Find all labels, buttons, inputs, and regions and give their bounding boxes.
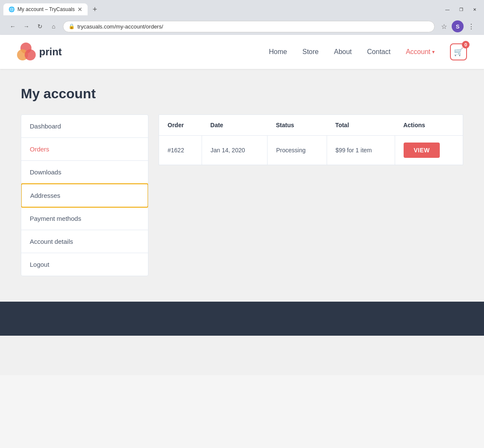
orders-table: Order Date Status Total Actions #1622 Ja… — [159, 114, 463, 165]
nav-buttons: ← → ↻ ⌂ — [7, 20, 60, 32]
col-total: Total — [327, 115, 395, 136]
cart-badge: 0 — [462, 41, 470, 49]
toolbar-right: ☆ S ⋮ — [438, 20, 477, 32]
reload-button[interactable]: ↻ — [34, 20, 46, 32]
order-status: Processing — [268, 136, 327, 165]
col-date: Date — [202, 115, 268, 136]
home-button[interactable]: ⌂ — [48, 20, 60, 32]
forward-button[interactable]: → — [20, 20, 32, 32]
col-actions: Actions — [395, 115, 463, 136]
site-footer — [0, 302, 484, 336]
page-wrapper: print Home Store About Contact Account ▾… — [0, 35, 484, 375]
logo-link[interactable]: print — [17, 43, 62, 61]
nav-account[interactable]: Account ▾ — [406, 48, 435, 56]
sidebar-item-account-details[interactable]: Account details — [21, 230, 148, 253]
minimize-button[interactable]: — — [441, 5, 453, 14]
orders-section: Order Date Status Total Actions #1622 Ja… — [159, 114, 463, 276]
main-content: My account Dashboard Orders Downloads Ad… — [12, 69, 472, 302]
sidebar-item-payment-methods[interactable]: Payment methods — [21, 207, 148, 230]
menu-button[interactable]: ⋮ — [465, 20, 477, 32]
tab-close-button[interactable]: ✕ — [77, 6, 83, 13]
sidebar-item-orders[interactable]: Orders — [21, 138, 148, 161]
order-date: Jan 14, 2020 — [202, 136, 268, 165]
tab-title: My account – TryCasuals — [17, 6, 75, 12]
view-order-button[interactable]: VIEW — [404, 143, 440, 158]
site-nav: Home Store About Contact Account ▾ 🛒 0 — [269, 43, 467, 60]
browser-titlebar: 🌐 My account – TryCasuals ✕ + — ❐ ✕ — [3, 3, 481, 15]
orders-table-header: Order Date Status Total Actions — [159, 115, 463, 136]
logo-icon — [17, 43, 36, 61]
profile-button[interactable]: S — [452, 20, 464, 32]
col-status: Status — [268, 115, 327, 136]
sidebar: Dashboard Orders Downloads Addresses Pay… — [21, 114, 148, 276]
order-total: $99 for 1 item — [327, 136, 395, 165]
cart-icon: 🛒 — [454, 47, 463, 57]
site-header: print Home Store About Contact Account ▾… — [0, 35, 484, 69]
sidebar-item-dashboard[interactable]: Dashboard — [21, 115, 148, 138]
url-text: trycasuals.com/my-account/orders/ — [77, 23, 163, 30]
browser-toolbar: ← → ↻ ⌂ 🔒 trycasuals.com/my-account/orde… — [3, 18, 481, 35]
cart-button[interactable]: 🛒 0 — [450, 43, 467, 60]
lock-icon: 🔒 — [68, 23, 75, 29]
col-order: Order — [159, 115, 202, 136]
sidebar-item-logout[interactable]: Logout — [21, 253, 148, 276]
browser-chrome: 🌐 My account – TryCasuals ✕ + — ❐ ✕ ← → … — [0, 0, 484, 35]
sidebar-item-downloads[interactable]: Downloads — [21, 161, 148, 184]
back-button[interactable]: ← — [7, 20, 19, 32]
order-actions: VIEW — [395, 136, 463, 165]
bookmark-button[interactable]: ☆ — [438, 20, 450, 32]
sidebar-item-addresses[interactable]: Addresses — [21, 183, 148, 208]
account-layout: Dashboard Orders Downloads Addresses Pay… — [21, 114, 463, 276]
page-title: My account — [21, 86, 463, 102]
browser-tab[interactable]: 🌐 My account – TryCasuals ✕ — [3, 3, 88, 15]
maximize-button[interactable]: ❐ — [455, 5, 467, 14]
logo-circle-3 — [25, 49, 36, 60]
logo-text: print — [39, 46, 62, 58]
nav-about[interactable]: About — [334, 48, 352, 56]
order-number: #1622 — [159, 136, 202, 165]
address-bar[interactable]: 🔒 trycasuals.com/my-account/orders/ — [63, 21, 435, 32]
nav-home[interactable]: Home — [269, 48, 287, 56]
chevron-down-icon: ▾ — [432, 49, 435, 55]
new-tab-button[interactable]: + — [89, 5, 101, 14]
table-row: #1622 Jan 14, 2020 Processing $99 for 1 … — [159, 136, 463, 165]
table-header-row: Order Date Status Total Actions — [159, 115, 463, 136]
window-controls: — ❐ ✕ — [441, 5, 481, 14]
close-button[interactable]: ✕ — [469, 5, 481, 14]
nav-store[interactable]: Store — [302, 48, 319, 56]
orders-table-body: #1622 Jan 14, 2020 Processing $99 for 1 … — [159, 136, 463, 165]
nav-contact[interactable]: Contact — [367, 48, 390, 56]
